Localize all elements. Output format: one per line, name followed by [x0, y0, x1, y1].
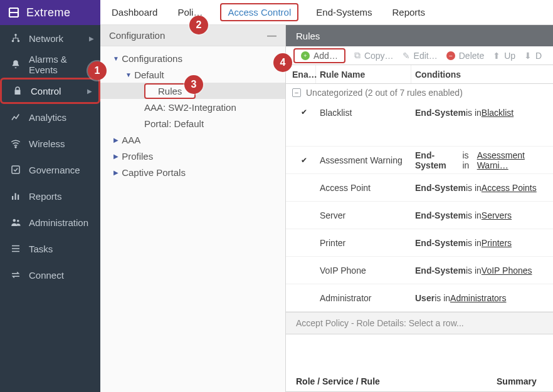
- tab-end-systems[interactable]: End-Systems: [313, 3, 374, 21]
- sidebar-item-connect[interactable]: Connect: [0, 262, 100, 288]
- check-icon: ✔: [301, 156, 307, 165]
- delete-button[interactable]: –Delete: [446, 51, 484, 61]
- condition-link[interactable]: Administrators: [450, 293, 506, 303]
- chevron-right-icon: ▶: [87, 88, 92, 95]
- collapse-icon[interactable]: —: [267, 30, 276, 41]
- condition-link[interactable]: Blacklist: [482, 108, 514, 118]
- list-icon: [10, 243, 21, 254]
- sidebar-item-administration[interactable]: Administration: [0, 209, 100, 235]
- rule-condition: End-System is in Access Points: [411, 183, 553, 193]
- group-label: Uncategorized (2 out of 7 rules enabled): [306, 88, 463, 98]
- top-nav: Dashboard Poli… Access Control End-Syste…: [100, 0, 553, 25]
- up-button[interactable]: ⬆Up: [493, 51, 515, 61]
- rule-row[interactable]: VoIP PhoneEnd-System is in VoIP Phones: [286, 257, 553, 284]
- rules-panel: Rules +Add… ⧉Copy… ✎Edit… –Delete ⬆Up ⬇D…: [286, 25, 553, 392]
- tab-access-control[interactable]: Access Control: [220, 3, 298, 21]
- edit-icon: ✎: [403, 51, 410, 61]
- tab-dashboard[interactable]: Dashboard: [109, 3, 160, 21]
- svg-point-3: [15, 147, 16, 148]
- rules-panel-title: Rules: [286, 25, 553, 46]
- tree-node-configurations[interactable]: ▼ Configurations: [100, 50, 285, 66]
- rules-table-header: Ena… Rule Name Conditions: [286, 65, 553, 84]
- down-button[interactable]: ⬇D: [524, 51, 542, 61]
- svg-point-9: [17, 220, 19, 222]
- rule-row[interactable]: PrinterEnd-System is in Printers: [286, 229, 553, 257]
- sidebar-item-label: Administration: [29, 217, 88, 228]
- hierarchy-icon: [10, 33, 21, 44]
- rule-name: Server: [316, 210, 411, 220]
- svg-rect-6: [15, 193, 16, 200]
- tree-node-profiles[interactable]: ▶ Profiles: [100, 148, 285, 164]
- sidebar-item-analytics[interactable]: Analytics: [0, 104, 100, 130]
- rule-name: Blacklist: [316, 108, 411, 118]
- arrow-down-icon: ⬇: [524, 51, 532, 61]
- svg-point-0: [14, 34, 16, 36]
- tree-node-portal-default[interactable]: Portal: Default: [100, 115, 285, 132]
- condition-link[interactable]: Printers: [482, 238, 512, 248]
- svg-point-8: [13, 219, 16, 222]
- add-button[interactable]: +Add…: [293, 48, 345, 63]
- plus-circle-icon: +: [301, 51, 310, 60]
- sidebar-item-control[interactable]: Control ▶: [0, 78, 100, 104]
- condition-link[interactable]: Assessment Warni…: [477, 150, 553, 170]
- sidebar-item-label: Connect: [29, 270, 64, 281]
- sidebar-item-tasks[interactable]: Tasks: [0, 235, 100, 262]
- tree-node-captive-portals[interactable]: ▶ Captive Portals: [100, 164, 285, 180]
- lock-icon: [12, 85, 23, 96]
- copy-button[interactable]: ⧉Copy…: [354, 50, 394, 61]
- rule-row[interactable]: ServerEnd-System is in Servers: [286, 202, 553, 229]
- sidebar-item-wireless[interactable]: Wireless: [0, 130, 100, 157]
- rule-row[interactable]: ✔BlacklistEnd-System is in Blacklist: [286, 101, 553, 147]
- rule-condition: End-System is in Blacklist: [411, 108, 553, 118]
- config-panel-title: Configuration: [109, 30, 165, 41]
- details-table-header: Role / Service / Rule Summary: [286, 371, 553, 392]
- wifi-icon: [10, 138, 21, 149]
- tree-label: AAA: [122, 135, 140, 145]
- tree-label: AAA: SW2-Integration: [144, 102, 236, 113]
- col-header-summary[interactable]: Summary: [497, 376, 553, 386]
- rule-name: Access Point: [316, 183, 411, 193]
- rule-name: VoIP Phone: [316, 266, 411, 276]
- sidebar-item-governance[interactable]: Governance: [0, 157, 100, 183]
- sidebar-item-reports[interactable]: Reports: [0, 183, 100, 209]
- caret-right-icon: ▶: [113, 153, 119, 160]
- condition-link[interactable]: Access Points: [482, 183, 537, 193]
- caret-right-icon: ▶: [113, 169, 119, 176]
- col-header-conditions[interactable]: Conditions: [411, 65, 553, 83]
- sidebar-item-label: Wireless: [29, 138, 65, 149]
- sidebar-item-label: Control: [31, 86, 61, 96]
- rule-row[interactable]: AdministratorUser is in Administrators: [286, 284, 553, 312]
- sidebar-item-network[interactable]: Network ▶: [0, 25, 100, 51]
- up-label: Up: [504, 51, 515, 61]
- rule-group-row[interactable]: − Uncategorized (2 out of 7 rules enable…: [286, 84, 553, 101]
- check-icon: ✔: [301, 108, 307, 116]
- rule-condition: End-System is in VoIP Phones: [411, 266, 553, 276]
- tree-node-aaa-sw2[interactable]: AAA: SW2-Integration: [100, 99, 285, 115]
- tree-node-aaa[interactable]: ▶ AAA: [100, 132, 285, 148]
- col-header-name[interactable]: Rule Name: [316, 65, 411, 83]
- minus-circle-icon: –: [446, 51, 455, 60]
- edit-button[interactable]: ✎Edit…: [403, 51, 438, 61]
- swap-icon: [10, 269, 21, 281]
- col-header-role[interactable]: Role / Service / Rule: [286, 376, 497, 386]
- delete-label: Delete: [459, 51, 484, 61]
- condition-link[interactable]: Servers: [482, 210, 512, 220]
- brand-label: Extreme: [26, 6, 71, 19]
- annotation-marker-3: 3: [184, 75, 203, 94]
- rule-row[interactable]: Access PointEnd-System is in Access Poin…: [286, 174, 553, 202]
- condition-link[interactable]: VoIP Phones: [482, 266, 532, 276]
- sidebar-item-label: Tasks: [29, 244, 53, 254]
- rule-condition: End-System is in Assessment Warni…: [411, 150, 553, 170]
- check-square-icon: [10, 164, 21, 175]
- rule-row[interactable]: ✔Assessment WarningEnd-System is in Asse…: [286, 147, 553, 174]
- caret-down-icon: ▼: [113, 55, 119, 62]
- sidebar-item-alarms[interactable]: Alarms & Events: [0, 51, 100, 78]
- caret-down-icon: ▼: [125, 71, 132, 78]
- chart-line-icon: [10, 111, 21, 123]
- tab-reports[interactable]: Reports: [389, 3, 428, 21]
- add-label: Add…: [313, 51, 338, 61]
- tree-label: Portal: Default: [144, 118, 204, 129]
- tree-label: Configurations: [122, 53, 182, 64]
- sidebar-item-label: Reports: [29, 191, 62, 202]
- collapse-box-icon[interactable]: −: [292, 88, 301, 97]
